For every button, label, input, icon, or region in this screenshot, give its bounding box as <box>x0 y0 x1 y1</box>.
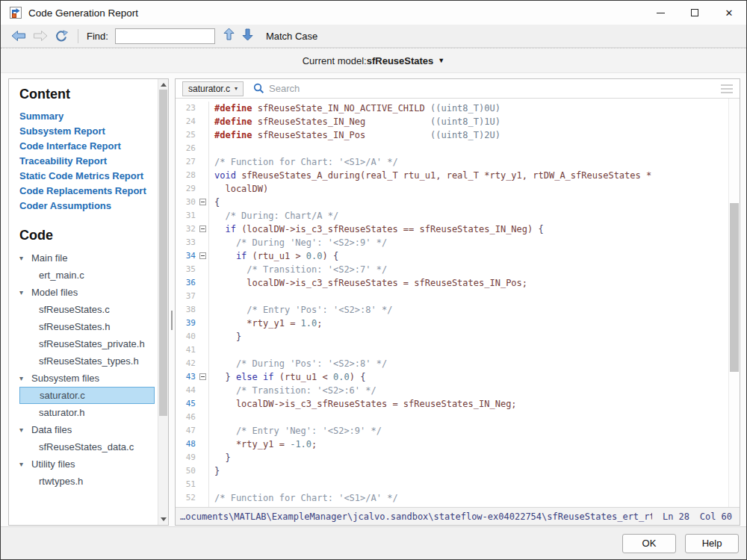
collapse-icon[interactable] <box>199 373 206 380</box>
scroll-down-icon[interactable] <box>161 517 167 521</box>
file-selector-value: saturator.c <box>188 84 230 94</box>
model-dropdown-icon[interactable]: ▼ <box>438 57 444 64</box>
fold-gutter <box>197 303 209 317</box>
content-link-code-replacements-report[interactable]: Code Replacements Report <box>19 184 158 199</box>
line-number-traceable[interactable]: 34 <box>176 249 196 263</box>
refresh-button[interactable] <box>55 30 68 43</box>
content-link-subsystem-report[interactable]: Subsystem Report <box>19 124 158 139</box>
close-button[interactable]: ✕ <box>712 1 746 25</box>
code-text: /* During 'Neg': '<S2>:9' */ <box>209 236 387 249</box>
content-links: SummarySubsystem ReportCode Interface Re… <box>19 109 158 214</box>
code-text: *rty_y1 = -1.0; <box>209 438 317 451</box>
code-text: localDW) <box>209 182 268 196</box>
code-line-31: 31 /* During: Chart/A */ <box>176 209 728 223</box>
tree-collapse-icon[interactable]: ▾ <box>19 254 31 262</box>
tree-item-subsystem-files[interactable]: ▾Subsystem files <box>19 370 155 387</box>
panel-splitter-handle[interactable] <box>171 311 173 330</box>
forward-button[interactable] <box>33 30 48 42</box>
file-selector-dropdown[interactable]: saturator.c ▾ <box>182 81 244 96</box>
match-case-label[interactable]: Match Case <box>266 31 317 42</box>
fold-gutter <box>197 169 209 182</box>
fold-gutter <box>197 424 209 438</box>
code-text: /* Function for Chart: '<S1>/A' */ <box>209 491 398 505</box>
tree-item-main-file[interactable]: ▾Main file <box>19 249 155 267</box>
scroll-up-icon[interactable] <box>161 83 167 87</box>
line-number-traceable[interactable]: 43 <box>176 370 196 384</box>
tree-item-saturator-h[interactable]: saturator.h <box>19 404 155 421</box>
line-number: 31 <box>176 209 196 223</box>
tree-collapse-icon[interactable]: ▾ <box>19 374 31 382</box>
code-lines: 23#define sfReuseState_IN_NO_ACTIVE_CHIL… <box>176 102 728 507</box>
content-link-code-interface-report[interactable]: Code Interface Report <box>19 139 158 154</box>
tree-collapse-icon[interactable]: ▾ <box>19 426 31 434</box>
line-number-traceable[interactable]: 36 <box>176 276 196 290</box>
tree-item-label: sfReuseStates_data.c <box>39 441 134 452</box>
line-number: 38 <box>176 303 196 317</box>
code-scrollbar-thumb[interactable] <box>730 203 739 372</box>
tree-collapse-icon[interactable]: ▾ <box>19 460 31 468</box>
code-text <box>209 142 214 155</box>
code-line-24: 24#define sfReuseStates_IN_Neg ((uint8_T… <box>176 115 728 128</box>
tree-item-sfreusestates-h[interactable]: sfReuseStates.h <box>19 318 155 335</box>
content-link-coder-assumptions[interactable]: Coder Assumptions <box>19 199 158 214</box>
find-next-button[interactable] <box>242 28 253 44</box>
tree-item-label: Model files <box>31 287 78 298</box>
sidebar-scrollbar-thumb[interactable] <box>159 90 167 416</box>
line-number: 24 <box>176 115 196 128</box>
search-input[interactable] <box>269 83 715 94</box>
menu-icon[interactable] <box>721 84 733 93</box>
sidebar-scrollbar[interactable] <box>158 79 168 525</box>
tree-item-data-files[interactable]: ▾Data files <box>19 421 155 438</box>
code-status-bar: …ocuments\MATLAB\ExampleManager\jcalvo.s… <box>176 507 740 525</box>
maximize-button[interactable] <box>678 1 712 25</box>
find-input[interactable] <box>115 28 215 44</box>
tree-item-label: Main file <box>31 252 67 264</box>
find-previous-button[interactable] <box>223 28 235 44</box>
fold-gutter <box>197 155 209 169</box>
line-number-traceable[interactable]: 39 <box>176 317 196 330</box>
back-button[interactable] <box>11 30 26 42</box>
code-line-35: 35 /* Transition: '<S2>:7' */ <box>176 263 728 276</box>
fold-gutter <box>197 357 209 370</box>
fold-gutter <box>197 182 209 196</box>
code-text: /* Function for Chart: '<S1>/A' */ <box>209 155 398 169</box>
tree-item-label: saturator.c <box>40 390 85 401</box>
content-link-traceability-report[interactable]: Traceability Report <box>19 154 158 169</box>
current-model-name[interactable]: sfReuseStates <box>367 55 434 66</box>
code-line-48: 48 *rty_y1 = -1.0; <box>176 438 728 451</box>
tree-item-label: Subsystem files <box>31 373 99 384</box>
code-scrollbar[interactable] <box>728 99 740 507</box>
line-number: 44 <box>176 384 196 397</box>
tree-collapse-icon[interactable]: ▾ <box>19 288 31 296</box>
code-line-42: 42 /* During 'Pos': '<S2>:8' */ <box>176 357 728 370</box>
ok-button[interactable]: OK <box>622 534 676 553</box>
tree-item-model-files[interactable]: ▾Model files <box>19 284 155 301</box>
code-text: #define sfReuseStates_IN_Pos ((uint8_T)2… <box>209 128 500 142</box>
code-line-52: 52/* Function for Chart: '<S1>/A' */ <box>176 491 728 505</box>
collapse-icon[interactable] <box>199 252 206 259</box>
collapse-icon[interactable] <box>199 225 206 232</box>
code-line-47: 47 /* Entry 'Neg': '<S2>:9' */ <box>176 424 728 438</box>
line-number-traceable[interactable]: 48 <box>176 438 196 451</box>
help-button[interactable]: Help <box>685 534 739 553</box>
code-text <box>209 343 214 357</box>
tree-item-utility-files[interactable]: ▾Utility files <box>19 455 155 473</box>
code-line-36: 36 localDW->is_c3_sfReuseStates = sfReus… <box>176 276 728 290</box>
code-line-53: 53void sfReuseStates_A_enter(real_T rtu_… <box>176 505 728 507</box>
tree-item-ert-main-c[interactable]: ert_main.c <box>19 267 155 284</box>
minimize-button[interactable] <box>643 1 678 25</box>
code-text: } <box>209 464 220 478</box>
tree-item-saturator-c[interactable]: saturator.c <box>19 387 155 404</box>
code-line-33: 33 /* During 'Neg': '<S2>:9' */ <box>176 236 728 249</box>
titlebar: Code Generation Report ✕ <box>1 1 746 25</box>
line-number-traceable[interactable]: 45 <box>176 397 196 411</box>
tree-item-sfreusestates-types-h[interactable]: sfReuseStates_types.h <box>19 352 155 370</box>
toolbar-separator <box>78 29 78 43</box>
tree-item-sfreusestates-data-c[interactable]: sfReuseStates_data.c <box>19 438 155 455</box>
tree-item-rtwtypes-h[interactable]: rtwtypes.h <box>19 473 155 490</box>
tree-item-sfreusestates-private-h[interactable]: sfReuseStates_private.h <box>19 335 155 352</box>
collapse-icon[interactable] <box>199 199 206 205</box>
content-link-summary[interactable]: Summary <box>19 109 158 124</box>
content-link-static-code-metrics-report[interactable]: Static Code Metrics Report <box>19 169 158 184</box>
tree-item-sfreusestates-c[interactable]: sfReuseStates.c <box>19 301 155 318</box>
